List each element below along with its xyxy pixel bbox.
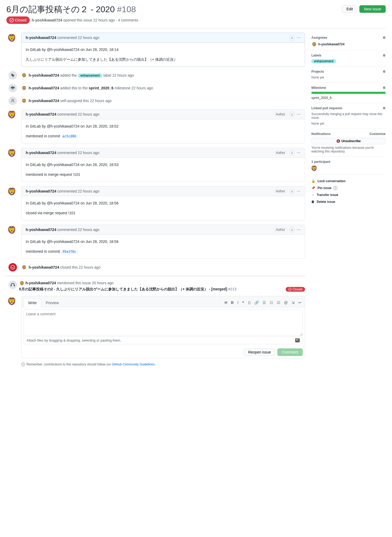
milestone-icon: [8, 84, 17, 92]
comment-author[interactable]: h-yoshikawa0724: [26, 36, 56, 40]
new-issue-button[interactable]: New issue: [359, 5, 386, 13]
avatar[interactable]: 🦁: [21, 85, 27, 91]
sidebar-notifications: NotificationsCustomize 🔇Unsubscribe You'…: [311, 129, 386, 157]
avatar[interactable]: 🦁: [6, 148, 17, 158]
milestone-link[interactable]: sprint_2020_6: [89, 86, 113, 90]
compose-box: Write Preview H B I ❝ ⟨⟩ 🔗 ☰ ☷ ☑: [21, 296, 305, 358]
kebab-icon[interactable]: ⋯: [297, 228, 300, 232]
attach-hint[interactable]: Attach files by dragging & dropping, sel…: [24, 337, 303, 344]
comment-author[interactable]: h-yoshikawa0724: [26, 189, 56, 193]
delete-issue[interactable]: 🗑Delete issue: [311, 198, 386, 205]
quote-icon[interactable]: ❝: [242, 300, 244, 305]
commit-ref[interactable]: 95e378c: [61, 249, 78, 254]
heading-icon[interactable]: H: [225, 300, 227, 305]
issue-number: #108: [117, 5, 136, 14]
markdown-icon[interactable]: M↓: [295, 338, 300, 342]
milestone-link[interactable]: sprint_2020_6: [311, 96, 386, 100]
closed-icon: [10, 18, 14, 22]
kebab-icon[interactable]: ⋯: [297, 36, 300, 40]
reopen-button[interactable]: Reopen issue: [244, 348, 276, 356]
comment-author[interactable]: h-yoshikawa0724: [26, 228, 56, 232]
kebab-icon[interactable]: ⋯: [297, 151, 300, 155]
gear-icon[interactable]: ⚙: [383, 36, 386, 40]
react-button[interactable]: ☺: [289, 112, 295, 117]
comment-body: In GitLab by @h-yoshikawa0724 on Jun 28,…: [21, 43, 305, 67]
event-user[interactable]: h-yoshikawa0724: [29, 265, 59, 269]
milestone-progress: [311, 92, 386, 94]
tab-write[interactable]: Write: [24, 298, 41, 307]
author-badge: Author: [274, 151, 287, 155]
gear-icon[interactable]: ⚙: [383, 54, 386, 57]
react-button[interactable]: ☺: [289, 150, 295, 155]
comment-header: h-yoshikawa0724 commented 22 hours ago A…: [21, 225, 305, 235]
participant-avatar[interactable]: 🦁: [311, 166, 317, 171]
transfer-issue[interactable]: →Transfer issue: [311, 191, 386, 198]
event-user[interactable]: h-yoshikawa0724: [29, 99, 59, 103]
layout: 🦁 h-yoshikawa0724 commented 22 hours ago…: [6, 33, 386, 368]
sidebar-milestone: Milestone⚙ sprint_2020_6: [311, 83, 386, 103]
guidelines-link[interactable]: GitHub Community Guidelines: [112, 363, 155, 366]
tab-preview[interactable]: Preview: [41, 298, 63, 307]
react-button[interactable]: ☺: [289, 227, 295, 232]
avatar[interactable]: 🦁: [19, 281, 24, 286]
event-user[interactable]: h-yoshikawa0724: [29, 86, 59, 90]
avatar[interactable]: 🦁: [6, 225, 17, 235]
label-enhancement[interactable]: enhancement: [78, 73, 102, 78]
issue-header: 6月の記事投稿その２ - 2020 #108 Edit New issue: [6, 4, 386, 14]
pin-issue[interactable]: 📌Pin issue i: [311, 185, 386, 191]
react-button[interactable]: ☺: [289, 189, 295, 194]
gear-icon[interactable]: ⚙: [383, 106, 386, 110]
tasks-icon[interactable]: ☑: [277, 300, 280, 305]
info-icon[interactable]: i: [334, 186, 337, 190]
timeline-comment: 🦁 h-yoshikawa0724 commented 22 hours ago…: [6, 109, 305, 143]
event-labeled: 🦁 h-yoshikawa0724 added the enhancement …: [21, 71, 305, 80]
assignee-user[interactable]: 🦁h-yoshikawa0724: [311, 42, 386, 47]
timeline-comment: 🦁 h-yoshikawa0724 commented 22 hours ago…: [6, 148, 305, 182]
kebab-icon[interactable]: ⋯: [297, 112, 300, 116]
react-button[interactable]: ☺: [289, 35, 295, 40]
avatar[interactable]: 🦁: [6, 109, 17, 120]
avatar[interactable]: 🦁: [6, 296, 17, 307]
comment-box: h-yoshikawa0724 commented 22 hours ago ☺…: [21, 33, 305, 67]
comment-author[interactable]: h-yoshikawa0724: [26, 151, 56, 155]
ref-title[interactable]: 6月の記事投稿その2 - 久しぶりにリアル脱出ゲームに参加してきました【ある沈黙…: [19, 287, 282, 292]
code-icon[interactable]: ⟨⟩: [248, 300, 251, 305]
header-buttons: Edit New issue: [342, 5, 386, 13]
avatar[interactable]: 🦁: [21, 73, 27, 78]
ul-icon[interactable]: ☰: [263, 300, 266, 305]
main-column: 🦁 h-yoshikawa0724 commented 22 hours ago…: [6, 33, 305, 368]
ol-icon[interactable]: ☷: [270, 300, 273, 305]
commit-ref[interactable]: ec5cd00: [61, 134, 78, 139]
issue-title: 6月の記事投稿その２ - 2020 #108: [6, 4, 136, 14]
avatar[interactable]: 🦁: [6, 33, 17, 43]
sidebar-projects: Projects⚙ None yet: [311, 67, 386, 83]
mention-icon[interactable]: @: [284, 300, 288, 305]
edit-button[interactable]: Edit: [342, 5, 357, 13]
label-enhancement[interactable]: enhancement: [311, 59, 336, 63]
divider: [4, 276, 305, 276]
link-icon[interactable]: 🔗: [254, 300, 259, 305]
reply-icon[interactable]: ↩: [298, 300, 302, 305]
cross-ref-icon: [8, 281, 17, 289]
gear-icon[interactable]: ⚙: [383, 70, 386, 73]
avatar[interactable]: 🦁: [21, 98, 27, 103]
comment-textarea[interactable]: [24, 309, 303, 336]
event-user[interactable]: h-yoshikawa0724: [29, 73, 59, 77]
italic-icon[interactable]: I: [237, 300, 238, 305]
customize-link[interactable]: Customize: [369, 132, 386, 136]
avatar[interactable]: 🦁: [21, 265, 27, 270]
toolbar: H B I ❝ ⟨⟩ 🔗 ☰ ☷ ☑ @ ⇲ ↩: [224, 298, 303, 307]
author-badge: Author: [274, 189, 287, 193]
opened-by[interactable]: h-yoshikawa0724: [32, 18, 62, 22]
unsubscribe-button[interactable]: 🔇Unsubscribe: [311, 138, 386, 144]
issue-meta: Closed h-yoshikawa0724 opened this issue…: [6, 16, 386, 28]
ref-icon[interactable]: ⇲: [291, 300, 295, 305]
ref-user[interactable]: h-yoshikawa0724: [25, 281, 56, 285]
comment-author[interactable]: h-yoshikawa0724: [26, 112, 56, 116]
gear-icon[interactable]: ⚙: [383, 86, 386, 90]
bold-icon[interactable]: B: [231, 300, 234, 305]
kebab-icon[interactable]: ⋯: [297, 189, 300, 193]
avatar[interactable]: 🦁: [6, 186, 17, 197]
comment-button[interactable]: Comment: [277, 348, 303, 356]
lock-conversation[interactable]: 🔒Lock conversation: [311, 178, 386, 185]
